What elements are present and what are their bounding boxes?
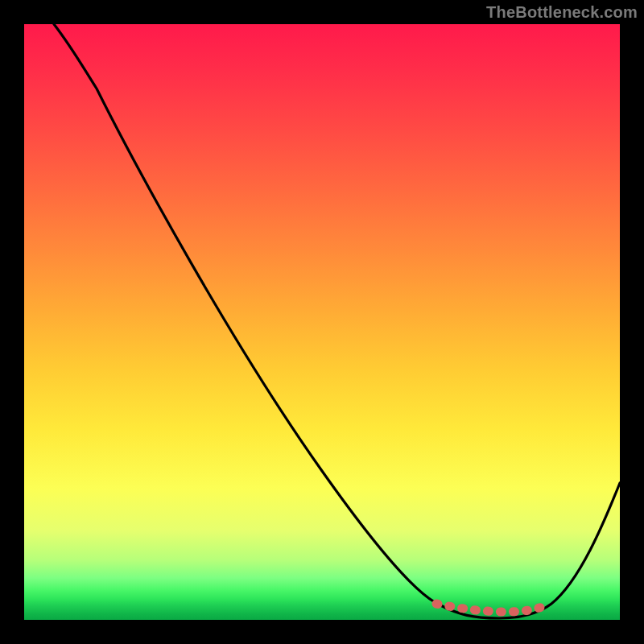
curve-layer (24, 24, 620, 620)
chart-frame: TheBottleneck.com (0, 0, 644, 644)
watermark-text: TheBottleneck.com (486, 3, 638, 22)
bottleneck-curve (54, 24, 620, 618)
